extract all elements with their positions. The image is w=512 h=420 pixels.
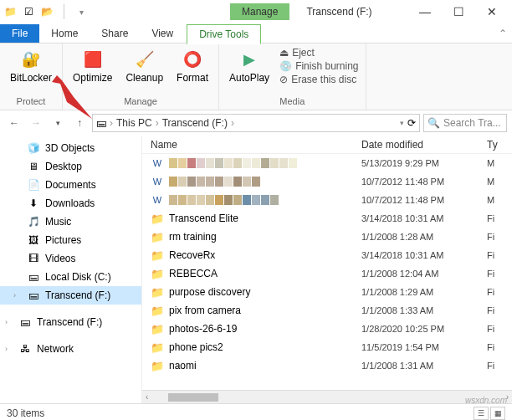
nav-item[interactable]: 🎵Music [0, 213, 141, 231]
refresh-icon[interactable]: ⟳ [407, 117, 416, 129]
folder-icon: 📁 [151, 304, 164, 317]
file-row[interactable]: 📁photos-26-6-191/28/2020 10:25 PMFi [142, 320, 512, 338]
ribbon-tabs: File Home Share View Drive Tools ⌃ [0, 23, 512, 44]
redacted-name [169, 158, 297, 168]
tab-home[interactable]: Home [39, 24, 90, 43]
file-row[interactable]: 📁Transcend Elite3/14/2018 10:31 AMFi [142, 209, 512, 228]
file-list: W5/13/2019 9:29 PMMW10/7/2012 11:48 PMMW… [142, 154, 512, 390]
icons-view-button[interactable]: ▦ [490, 407, 505, 420]
file-list-area: Name Date modified Ty W5/13/2019 9:29 PM… [142, 136, 512, 403]
format-icon: ⭕ [182, 49, 203, 70]
bitlocker-label: BitLocker [10, 72, 52, 84]
nav-icon: 🎞 [27, 252, 40, 265]
nav-icon: 🖴 [27, 270, 40, 284]
tab-file[interactable]: File [0, 24, 39, 43]
tab-share[interactable]: Share [90, 24, 140, 43]
nav-item-network[interactable]: ›🖧Network [0, 340, 141, 358]
item-count: 30 items [7, 407, 44, 419]
column-date[interactable]: Date modified [361, 139, 487, 151]
horizontal-scrollbar[interactable]: ‹ › [142, 390, 512, 403]
breadcrumb[interactable]: 🖴 › This PC › Transcend (F:) › ▾ ⟳ [92, 114, 420, 132]
finish-burning-button[interactable]: 💿Finish burning [279, 60, 358, 72]
back-button[interactable]: ← [5, 114, 23, 132]
eject-button[interactable]: ⏏Eject [279, 47, 358, 59]
search-icon: 🔍 [428, 117, 440, 129]
file-row[interactable]: W10/7/2012 11:48 PMM [142, 172, 512, 191]
cleanup-button[interactable]: 🧹 Cleanup [122, 47, 166, 85]
folder-icon: 📁 [151, 267, 164, 280]
nav-item[interactable]: 🧊3D Objects [0, 139, 141, 157]
close-button[interactable]: ✕ [475, 2, 509, 22]
file-row[interactable]: W10/7/2012 11:48 PMM [142, 191, 512, 209]
redacted-name [169, 195, 279, 205]
redacted-name [169, 177, 260, 187]
autoplay-icon: ▶ [238, 49, 260, 70]
ribbon-group-media: ▶ AutoPlay ⏏Eject 💿Finish burning ⊘Erase… [219, 44, 366, 110]
nav-icon: 🖼 [27, 233, 40, 247]
format-button[interactable]: ⭕ Format [173, 47, 212, 85]
file-row[interactable]: 📁rm training1/1/2008 1:28 AMFi [142, 228, 512, 246]
file-row[interactable]: W5/13/2019 9:29 PMM [142, 154, 512, 172]
file-row[interactable]: 📁phone pics211/5/2019 1:54 PMFi [142, 338, 512, 356]
bitlocker-button[interactable]: 🔐 BitLocker [7, 47, 55, 85]
checkbox-icon[interactable]: ☑ [22, 5, 35, 18]
cleanup-icon: 🧹 [134, 49, 156, 70]
autoplay-button[interactable]: ▶ AutoPlay [226, 47, 273, 85]
nav-icon: ⬇ [27, 197, 40, 210]
search-input[interactable]: 🔍 Search Tra... [423, 114, 507, 132]
nav-item[interactable]: 🎞Videos [0, 249, 141, 268]
nav-icon: 🖴 [27, 289, 40, 302]
tab-drive-tools[interactable]: Drive Tools [187, 24, 261, 44]
file-row[interactable]: 📁naomi1/1/2008 1:31 AMFi [142, 356, 512, 375]
file-row[interactable]: 📁pix from camera1/1/2008 1:33 AMFi [142, 301, 512, 320]
nav-item[interactable]: 🖥Desktop [0, 157, 141, 176]
window-title: Transcend (F:) [306, 6, 371, 18]
nav-icon: 🧊 [27, 141, 40, 155]
optimize-icon: 🟥 [82, 49, 104, 70]
column-type[interactable]: Ty [487, 139, 512, 151]
folder-icon: 📁 [3, 5, 17, 18]
nav-item[interactable]: ›🖴Transcend (F:) [0, 286, 141, 305]
dropdown-icon[interactable]: ▾ [400, 119, 404, 127]
word-doc-icon: W [151, 193, 164, 207]
folder-open-icon: 📂 [40, 5, 54, 18]
folder-icon: 📁 [151, 285, 164, 299]
forward-button[interactable]: → [27, 114, 45, 132]
navigation-pane: 🧊3D Objects🖥Desktop📄Documents⬇Downloads🎵… [0, 136, 142, 403]
erase-disc-button[interactable]: ⊘Erase this disc [279, 74, 358, 85]
folder-icon: 📁 [151, 359, 164, 372]
group-label-media: Media [279, 96, 305, 106]
column-headers: Name Date modified Ty [142, 136, 512, 154]
tab-view[interactable]: View [140, 24, 185, 43]
nav-item[interactable]: 🖼Pictures [0, 231, 141, 249]
details-view-button[interactable]: ☰ [474, 407, 489, 420]
maximize-button[interactable]: ☐ [442, 2, 475, 22]
status-bar: 30 items ☰ ▦ [0, 403, 512, 420]
nav-icon: 🖥 [27, 160, 40, 173]
bitlocker-icon: 🔐 [20, 49, 42, 70]
chevron-down-icon[interactable]: ▾ [74, 5, 88, 18]
window-controls: — ☐ ✕ [408, 2, 509, 22]
watermark: wsxdn.com [465, 396, 507, 405]
minimize-button[interactable]: — [408, 2, 442, 22]
nav-item[interactable]: 📄Documents [0, 176, 141, 194]
nav-item[interactable]: ›🖴Transcend (F:) [0, 313, 141, 331]
folder-icon: 📁 [151, 230, 164, 243]
column-name[interactable]: Name [142, 139, 361, 151]
file-row[interactable]: 📁RecoveRx3/14/2018 10:31 AMFi [142, 246, 512, 264]
nav-icon: 🎵 [27, 215, 40, 228]
ribbon-collapse-icon[interactable]: ⌃ [499, 28, 512, 39]
file-row[interactable]: 📁purpose discovery1/1/2008 1:29 AMFi [142, 283, 512, 301]
group-label-manage: Manage [124, 96, 157, 106]
nav-item[interactable]: ⬇Downloads [0, 194, 141, 213]
folder-icon: 📁 [151, 341, 164, 354]
burn-icon: 💿 [279, 60, 292, 72]
folder-icon: 📁 [151, 248, 164, 262]
quick-access-toolbar: 📁 ☑ 📂 ▾ [3, 4, 88, 19]
title-bar: 📁 ☑ 📂 ▾ Manage Transcend (F:) — ☐ ✕ [0, 0, 512, 23]
contextual-tab-header: Manage [230, 3, 289, 20]
eject-icon: ⏏ [279, 47, 289, 59]
file-row[interactable]: 📁REBECCA1/1/2008 12:04 AMFi [142, 264, 512, 283]
folder-icon: 📁 [151, 322, 164, 335]
nav-item[interactable]: 🖴Local Disk (C:) [0, 268, 141, 286]
